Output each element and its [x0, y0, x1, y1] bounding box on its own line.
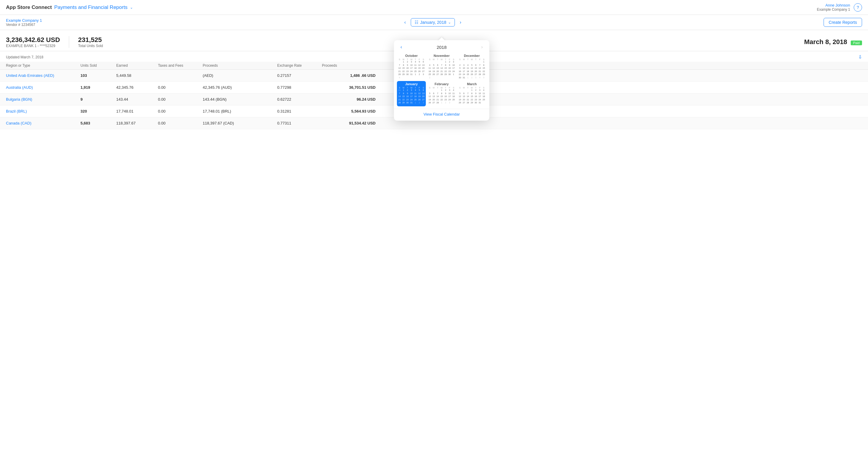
day-cell[interactable]: 3 — [422, 73, 425, 76]
day-cell[interactable]: 9 — [405, 92, 409, 95]
region-cell[interactable]: Brazil (BRL) — [6, 109, 81, 113]
day-cell[interactable]: 20 — [432, 98, 435, 102]
day-cell[interactable]: 24 — [409, 70, 413, 73]
day-cell[interactable]: 12 — [417, 92, 421, 95]
day-cell[interactable]: 10 — [478, 92, 482, 95]
day-cell[interactable]: 27 — [422, 70, 425, 73]
day-cell[interactable]: 2 — [474, 89, 478, 92]
day-cell[interactable]: 9 — [458, 67, 462, 70]
day-cell[interactable]: 19 — [470, 70, 474, 73]
day-cell[interactable]: 18 — [482, 95, 486, 98]
day-cell[interactable]: 16 — [448, 67, 452, 70]
day-cell[interactable]: 14 — [398, 67, 402, 70]
day-cell[interactable]: 10 — [448, 92, 452, 95]
day-cell[interactable]: 15 — [402, 67, 405, 70]
day-cell[interactable]: 6 — [462, 92, 466, 95]
day-cell[interactable]: 1 — [413, 73, 417, 76]
day-cell[interactable]: 18 — [428, 70, 432, 73]
day-cell[interactable]: 4 — [428, 64, 432, 67]
day-cell[interactable]: 11 — [452, 92, 456, 95]
day-cell[interactable]: 1 — [470, 89, 474, 92]
day-cell[interactable]: 22 — [402, 98, 405, 102]
day-cell[interactable]: 14 — [440, 67, 443, 70]
day-cell[interactable]: 7 — [466, 92, 470, 95]
day-cell[interactable]: 7 — [398, 92, 402, 95]
day-cell[interactable]: 11 — [482, 92, 486, 95]
prev-month-button[interactable]: ‹ — [402, 19, 408, 26]
day-cell[interactable]: 19 — [417, 95, 421, 98]
day-cell[interactable]: 8 — [470, 92, 474, 95]
day-cell[interactable]: 29 — [443, 73, 447, 76]
day-cell[interactable]: 23 — [474, 98, 478, 102]
user-name[interactable]: Anne Johnson — [817, 3, 850, 7]
day-cell[interactable]: 8 — [402, 92, 405, 95]
day-cell[interactable]: 16 — [405, 95, 409, 98]
day-cell[interactable]: 11 — [428, 67, 432, 70]
day-cell[interactable]: 12 — [432, 67, 435, 70]
payments-title[interactable]: Payments and Financial Reports — [54, 4, 128, 10]
day-cell[interactable]: 15 — [443, 67, 447, 70]
day-cell[interactable]: 4 — [478, 76, 482, 79]
day-cell[interactable]: 26 — [428, 101, 432, 104]
day-cell[interactable]: 14 — [466, 95, 470, 98]
day-cell[interactable]: 14 — [398, 95, 402, 98]
day-cell[interactable]: 26 — [470, 73, 474, 76]
calendar-month-october[interactable]: OctoberSMTWTFS12345678910111213141516171… — [397, 53, 426, 81]
day-cell[interactable]: 1 — [443, 61, 447, 64]
day-cell[interactable]: 2 — [417, 101, 421, 104]
day-cell[interactable]: 9 — [405, 64, 409, 67]
day-cell[interactable]: 13 — [462, 95, 466, 98]
day-cell[interactable]: 29 — [482, 73, 486, 76]
day-cell[interactable]: 13 — [422, 64, 425, 67]
day-cell[interactable]: 4 — [413, 61, 417, 64]
day-cell[interactable]: 27 — [462, 101, 466, 104]
day-cell[interactable]: 5 — [458, 92, 462, 95]
day-cell[interactable]: 26 — [417, 70, 421, 73]
day-cell[interactable]: 30 — [458, 76, 462, 79]
day-cell[interactable]: 2 — [428, 76, 432, 79]
day-cell[interactable]: 10 — [409, 92, 413, 95]
day-cell[interactable]: 12 — [417, 64, 421, 67]
day-cell[interactable]: 7 — [478, 64, 482, 67]
day-cell[interactable]: 1 — [466, 76, 470, 79]
view-fiscal-calendar[interactable]: View Fiscal Calendar — [394, 109, 490, 118]
day-cell[interactable]: 5 — [417, 89, 421, 92]
day-cell[interactable]: 2 — [405, 61, 409, 64]
day-cell[interactable]: 20 — [474, 70, 478, 73]
day-cell[interactable]: 1 — [413, 101, 417, 104]
day-cell[interactable]: 6 — [422, 61, 425, 64]
day-cell[interactable]: 31 — [398, 89, 402, 92]
day-cell[interactable]: 16 — [405, 67, 409, 70]
day-cell[interactable]: 21 — [398, 98, 402, 102]
download-icon[interactable]: ⇩ — [858, 54, 862, 60]
day-cell[interactable]: 27 — [474, 73, 478, 76]
day-cell[interactable]: 21 — [398, 70, 402, 73]
day-cell[interactable]: 1 — [440, 101, 443, 104]
day-cell[interactable]: 5 — [417, 61, 421, 64]
day-cell[interactable]: 17 — [452, 67, 456, 70]
day-cell[interactable]: 24 — [462, 73, 466, 76]
day-cell[interactable]: 1 — [402, 61, 405, 64]
day-cell[interactable]: 21 — [466, 98, 470, 102]
day-cell[interactable]: 7 — [440, 64, 443, 67]
day-cell[interactable]: 28 — [478, 73, 482, 76]
calendar-month-february[interactable]: FebruarySMTWTFS1234567891011121314151617… — [427, 81, 456, 106]
day-cell[interactable]: 30 — [405, 101, 409, 104]
day-cell[interactable]: 30 — [405, 73, 409, 76]
day-cell[interactable]: 15 — [482, 67, 486, 70]
day-cell[interactable]: 18 — [413, 95, 417, 98]
day-cell[interactable]: 9 — [443, 92, 447, 95]
day-cell[interactable]: 25 — [413, 70, 417, 73]
region-cell[interactable]: Australia (AUD) — [6, 85, 81, 90]
day-cell[interactable]: 8 — [443, 64, 447, 67]
day-cell[interactable]: 25 — [452, 98, 456, 102]
day-cell[interactable]: 17 — [478, 95, 482, 98]
day-cell[interactable]: 8 — [402, 64, 405, 67]
day-cell[interactable]: 27 — [422, 98, 425, 102]
day-cell[interactable]: 29 — [470, 101, 474, 104]
day-cell[interactable]: 28 — [466, 101, 470, 104]
day-cell[interactable]: 19 — [458, 98, 462, 102]
region-cell[interactable]: United Arab Emirates (AED) — [6, 73, 81, 78]
day-cell[interactable]: 29 — [402, 101, 405, 104]
day-cell[interactable]: 22 — [470, 98, 474, 102]
